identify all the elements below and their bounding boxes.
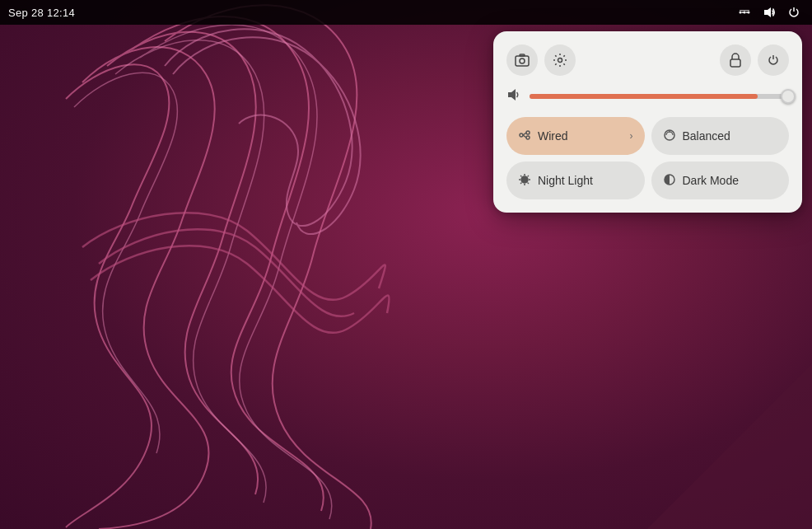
volume-track-fill	[530, 94, 758, 99]
svg-rect-5	[740, 10, 749, 11]
svg-point-15	[526, 136, 530, 139]
lock-button[interactable]	[720, 44, 751, 76]
svg-point-10	[558, 59, 562, 63]
topbar-system-icons	[735, 2, 804, 22]
qs-toggles-grid: Wired › Balanced	[506, 117, 789, 199]
svg-point-0	[740, 12, 742, 14]
desktop-decoration	[647, 364, 812, 529]
wired-icon	[518, 129, 531, 144]
svg-rect-4	[746, 12, 749, 12]
svg-rect-11	[730, 59, 740, 67]
power-button[interactable]	[758, 44, 789, 76]
volume-row	[506, 87, 789, 105]
svg-rect-3	[742, 12, 744, 12]
qs-top-row	[506, 44, 789, 76]
wired-arrow: ›	[630, 130, 633, 142]
wired-toggle[interactable]: Wired ›	[506, 117, 645, 155]
svg-line-29	[520, 182, 522, 184]
volume-status-icon[interactable]	[759, 2, 779, 22]
dark-mode-toggle[interactable]: Dark Mode	[651, 162, 790, 199]
svg-line-28	[528, 176, 530, 177]
desktop: Sep 28 12:14	[0, 0, 812, 529]
screenshot-button[interactable]	[506, 44, 538, 76]
svg-point-13	[520, 133, 523, 137]
settings-button[interactable]	[544, 44, 576, 76]
dark-mode-label: Dark Mode	[683, 174, 778, 187]
volume-thumb[interactable]	[781, 89, 796, 104]
svg-marker-12	[508, 89, 516, 101]
svg-marker-6	[764, 7, 771, 17]
volume-icon	[506, 87, 521, 105]
network-status-icon[interactable]	[735, 2, 754, 22]
quick-settings-panel: Wired › Balanced	[493, 31, 802, 213]
datetime-display: Sep 28 12:14	[8, 7, 75, 19]
svg-line-26	[520, 176, 522, 177]
svg-point-14	[526, 131, 530, 134]
balanced-icon	[663, 129, 676, 144]
balanced-label: Balanced	[683, 129, 778, 143]
wired-label: Wired	[538, 129, 623, 143]
volume-slider[interactable]	[530, 94, 789, 99]
svg-rect-7	[516, 56, 529, 66]
svg-point-21	[521, 176, 528, 183]
svg-point-8	[520, 59, 525, 63]
power-status-icon[interactable]	[784, 2, 804, 22]
svg-line-17	[523, 135, 526, 138]
dark-mode-icon	[663, 173, 676, 189]
night-light-label: Night Light	[538, 174, 633, 187]
night-light-toggle[interactable]: Night Light	[506, 162, 645, 199]
qs-top-right-buttons	[720, 44, 789, 76]
night-light-icon	[518, 173, 531, 189]
balanced-toggle[interactable]: Balanced	[651, 117, 790, 155]
svg-line-27	[528, 182, 530, 184]
topbar: Sep 28 12:14	[0, 0, 812, 25]
qs-top-left-buttons	[506, 44, 576, 76]
svg-rect-9	[520, 54, 525, 56]
